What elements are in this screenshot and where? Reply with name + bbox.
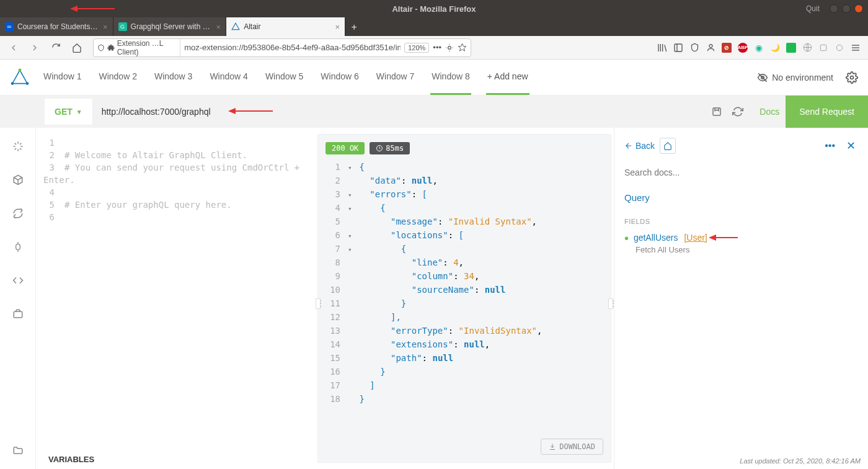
send-request-button[interactable]: Send Request — [786, 96, 868, 128]
http-method-selector[interactable]: GET ▼ — [45, 99, 93, 125]
timing-badge: 85ms — [370, 142, 410, 154]
docs-home-button[interactable] — [660, 138, 676, 154]
menu-icon[interactable] — [851, 43, 861, 53]
reader-icon[interactable] — [445, 43, 454, 52]
docs-back-button[interactable]: Back — [624, 141, 655, 151]
window-tab-6[interactable]: Window 6 — [319, 60, 360, 95]
reload-schema-button[interactable] — [732, 106, 743, 117]
svg-marker-2 — [458, 43, 466, 51]
add-window-button[interactable]: + Add new — [486, 60, 529, 95]
noscript-icon[interactable]: ⊘ — [722, 43, 732, 53]
download-button[interactable]: DOWNLOAD — [541, 439, 603, 455]
os-titlebar: Altair - Mozilla Firefox Quit — [0, 0, 868, 17]
window-tab-2[interactable]: Window 2 — [97, 60, 138, 95]
maximize-button[interactable] — [842, 4, 851, 13]
docs-button[interactable]: Docs — [753, 107, 786, 117]
browser-tab-coursera[interactable]: ∞ Coursera for Students | C × — [0, 17, 113, 36]
favicon-coursera: ∞ — [5, 22, 14, 31]
docs-root-query[interactable]: Query — [624, 192, 858, 203]
tab-close-icon[interactable]: × — [335, 22, 340, 32]
svg-point-14 — [26, 82, 29, 85]
library-icon[interactable] — [657, 43, 667, 53]
svg-rect-31 — [14, 311, 22, 318]
window-tab-3[interactable]: Window 3 — [153, 60, 193, 95]
svg-rect-7 — [820, 45, 826, 50]
window-tab-7[interactable]: Window 7 — [375, 60, 415, 95]
tab-close-icon[interactable]: × — [103, 22, 108, 32]
browser-tab-altair[interactable]: Altair × — [226, 17, 345, 36]
sidebar-icon[interactable] — [673, 43, 683, 53]
window-tab-4[interactable]: Window 4 — [208, 60, 249, 95]
browser-tab-graphql-server[interactable]: G Grapghql Server with spr × — [113, 17, 227, 36]
docs-field-getallusers[interactable]: • getAllUsers [User] — [624, 233, 858, 243]
status-badge: 200 OK — [326, 142, 365, 154]
toolbar-right: ⊘ ABP ◉ 🌙 — [657, 43, 863, 53]
abp-icon[interactable]: ABP — [738, 43, 748, 53]
window-tab-1[interactable]: Window 1 — [42, 60, 82, 95]
ext-icon-1[interactable] — [818, 43, 828, 53]
request-bar: GET ▼ http://localhost:7000/graphql Docs… — [0, 96, 868, 128]
download-icon — [549, 443, 556, 450]
window-title: Altair - Mozilla Firefox — [392, 4, 476, 14]
svg-point-18 — [851, 76, 854, 79]
endpoint-url-input[interactable]: http://localhost:7000/graphql — [93, 99, 704, 125]
briefcase-icon[interactable] — [9, 305, 27, 323]
favicon-altair — [231, 22, 240, 31]
cube-icon[interactable] — [9, 171, 27, 189]
globe-icon[interactable] — [802, 43, 812, 53]
altair-tabs: Window 1 Window 2 Window 3 Window 4 Wind… — [42, 60, 529, 95]
svg-point-1 — [448, 46, 451, 49]
folder-icon[interactable] — [9, 442, 27, 459]
query-editor[interactable]: 1 2# Welcome to Altair GraphQL Client. 3… — [36, 128, 315, 469]
settings-button[interactable] — [846, 71, 858, 84]
resize-handle-left[interactable]: ⋮ — [316, 298, 321, 309]
page-actions-icon[interactable]: ••• — [433, 43, 441, 52]
spinner-icon[interactable] — [9, 138, 27, 155]
environment-selector[interactable]: No environment — [757, 72, 833, 83]
svg-marker-0 — [232, 23, 239, 30]
refresh-icon[interactable] — [9, 205, 27, 222]
back-button[interactable] — [5, 39, 22, 56]
eye-off-icon — [757, 72, 768, 83]
privacy-shield-icon[interactable] — [689, 43, 699, 53]
variables-bar[interactable]: VARIABLES — [36, 449, 107, 469]
docs-close-button[interactable]: ✕ — [844, 139, 858, 153]
address-bar[interactable]: Extension …L Client) moz-extension://b95… — [93, 38, 471, 57]
site-identity[interactable]: Extension …L Client) — [94, 39, 180, 56]
left-icon-rail — [0, 128, 36, 469]
bookmark-star-icon[interactable] — [458, 43, 467, 52]
home-button[interactable] — [68, 39, 86, 56]
watch-icon[interactable] — [9, 238, 27, 256]
chevron-down-icon: ▼ — [76, 109, 82, 115]
account-icon[interactable] — [706, 43, 715, 53]
svg-line-22 — [14, 143, 16, 145]
docs-more-button[interactable]: ••• — [821, 140, 839, 151]
reload-button[interactable] — [47, 39, 64, 56]
forward-button[interactable] — [26, 39, 43, 56]
home-icon — [663, 141, 672, 150]
quit-label[interactable]: Quit — [800, 4, 826, 13]
close-button[interactable] — [854, 4, 863, 13]
editor-area: 1 2# Welcome to Altair GraphQL Client. 3… — [36, 128, 868, 469]
docs-search-input[interactable] — [624, 163, 858, 182]
spotify-icon[interactable] — [786, 43, 796, 53]
window-controls — [826, 4, 868, 13]
zoom-indicator[interactable]: 120% — [404, 43, 429, 53]
response-panel: ⋮ ⋮ 200 OK 85ms 1▾ { 2 "data": null, 3▾ … — [317, 134, 611, 463]
altair-logo — [10, 68, 30, 87]
window-tab-5[interactable]: Window 5 — [264, 60, 304, 95]
ext-icon-2[interactable] — [835, 43, 844, 53]
arrow-left-icon — [624, 141, 633, 150]
window-tab-8[interactable]: Window 8 — [430, 60, 471, 95]
new-tab-button[interactable]: + — [345, 19, 363, 36]
grammarly-icon[interactable]: ◉ — [754, 43, 764, 53]
shield-icon — [97, 43, 105, 52]
minimize-button[interactable] — [830, 4, 838, 13]
response-json[interactable]: 1▾ { 2 "data": null, 3▾ "errors": [ 4▾ {… — [326, 161, 603, 406]
darkmode-icon[interactable]: 🌙 — [770, 43, 780, 53]
resize-handle-right[interactable]: ⋮ — [608, 298, 613, 309]
svg-rect-3 — [675, 44, 682, 51]
save-collection-button[interactable] — [711, 106, 722, 117]
code-icon[interactable] — [9, 272, 27, 289]
tab-close-icon[interactable]: × — [216, 22, 221, 32]
